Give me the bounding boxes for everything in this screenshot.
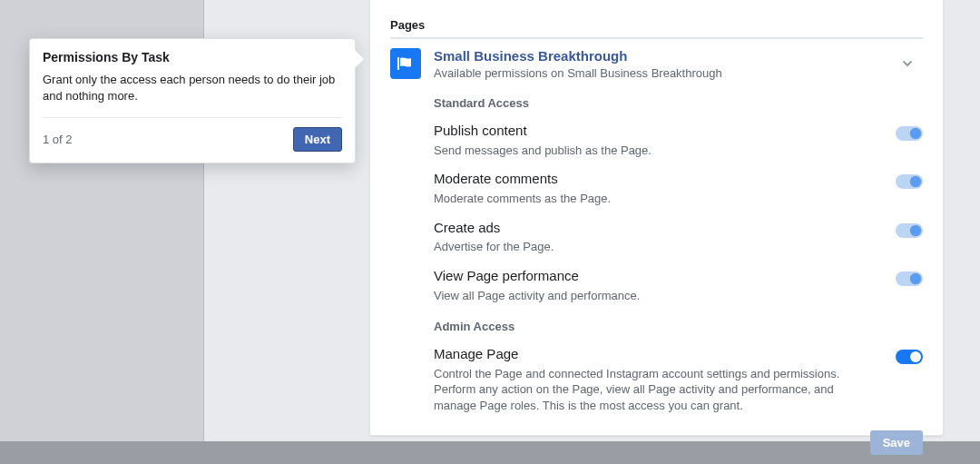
chevron-down-icon[interactable] <box>901 57 914 74</box>
standard-access-heading: Standard Access <box>434 96 923 110</box>
admin-access-heading: Admin Access <box>434 320 923 333</box>
perm-title: Moderate comments <box>434 171 874 188</box>
save-button[interactable]: Save <box>870 430 923 455</box>
perm-title: Manage Page <box>434 346 874 363</box>
permissions-panel: Pages Small Business Breakthrough Availa… <box>369 0 944 436</box>
perm-desc: Control the Page and connected Instagram… <box>434 366 874 414</box>
standard-access-list: Publish content Send messages and publis… <box>434 123 923 303</box>
perm-title: Create ads <box>434 220 874 237</box>
permissions-tip-card: Permissions By Task Grant only the acces… <box>29 38 356 163</box>
perm-title: Publish content <box>434 123 874 140</box>
toggle-publish-content[interactable] <box>896 126 923 141</box>
toggle-moderate-comments[interactable] <box>896 174 923 189</box>
flag-icon <box>390 48 421 79</box>
panel-top-rule <box>390 37 923 39</box>
toggle-view-performance[interactable] <box>896 271 923 286</box>
page-name[interactable]: Small Business Breakthrough <box>434 48 923 64</box>
perm-moderate-comments: Moderate comments Moderate comments as t… <box>434 171 923 206</box>
page-subtitle: Available permissions on Small Business … <box>434 66 923 80</box>
perm-publish-content: Publish content Send messages and publis… <box>434 123 923 158</box>
perm-manage-page: Manage Page Control the Page and connect… <box>434 346 923 413</box>
perm-view-performance: View Page performance View all Page acti… <box>434 268 923 303</box>
perm-desc: Moderate comments as the Page. <box>434 191 874 207</box>
tip-title: Permissions By Task <box>43 50 342 64</box>
perm-create-ads: Create ads Advertise for the Page. <box>434 220 923 255</box>
perm-title: View Page performance <box>434 268 874 285</box>
perm-desc: View all Page activity and performance. <box>434 288 874 304</box>
perm-desc: Send messages and publish as the Page. <box>434 143 874 159</box>
toggle-create-ads[interactable] <box>896 223 923 238</box>
toggle-manage-page[interactable] <box>896 350 923 364</box>
perm-desc: Advertise for the Page. <box>434 239 874 255</box>
tip-divider <box>43 117 342 118</box>
tip-step-indicator: 1 of 2 <box>43 133 73 146</box>
page-meta: Small Business Breakthrough Available pe… <box>434 48 923 80</box>
page-row[interactable]: Small Business Breakthrough Available pe… <box>390 48 923 80</box>
next-button[interactable]: Next <box>293 127 342 152</box>
pages-section-header: Pages <box>390 18 923 32</box>
admin-access-list: Manage Page Control the Page and connect… <box>434 346 923 413</box>
tip-body: Grant only the access each person needs … <box>43 72 342 104</box>
